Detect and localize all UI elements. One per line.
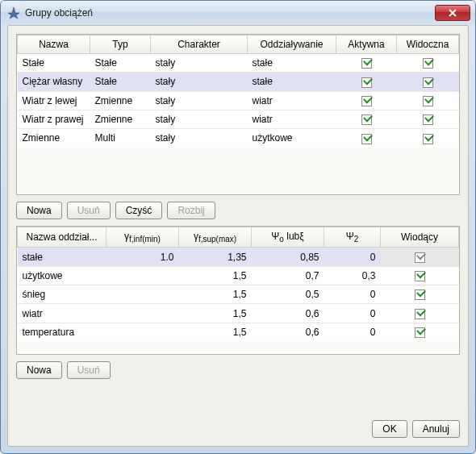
- cell[interactable]: Zmienne: [18, 129, 90, 148]
- new-group-button[interactable]: Nowa: [16, 202, 62, 219]
- checkbox-icon[interactable]: [415, 252, 425, 263]
- cell[interactable]: stałe: [248, 54, 336, 73]
- cancel-button[interactable]: Anuluj: [412, 420, 460, 438]
- column-header[interactable]: Aktywna: [336, 35, 397, 54]
- column-header[interactable]: Ψ2: [324, 227, 381, 248]
- new-effect-button[interactable]: Nowa: [16, 361, 62, 379]
- cell[interactable]: stały: [151, 129, 248, 148]
- checkbox-icon[interactable]: [423, 96, 433, 106]
- ok-button[interactable]: OK: [372, 420, 407, 438]
- column-header[interactable]: Nazwa: [18, 35, 90, 54]
- table-row[interactable]: wiatr1,50,60: [18, 304, 459, 323]
- checkbox-icon[interactable]: [415, 289, 425, 300]
- cell[interactable]: 0,6: [252, 304, 324, 323]
- column-header[interactable]: γf,sup(max): [179, 227, 252, 248]
- cell[interactable]: stały: [151, 110, 248, 128]
- close-button[interactable]: [435, 5, 470, 21]
- checkbox-cell[interactable]: [397, 129, 459, 148]
- checkbox-cell[interactable]: [381, 304, 459, 323]
- cell[interactable]: śnieg: [18, 285, 106, 304]
- cell[interactable]: Stałe: [18, 54, 90, 73]
- cell[interactable]: Ciężar własny: [18, 73, 90, 91]
- cell[interactable]: [106, 266, 179, 285]
- cell[interactable]: 0: [324, 304, 381, 323]
- column-header[interactable]: Oddziaływanie: [248, 35, 336, 54]
- table-row[interactable]: użytkowe1,50,70,3: [18, 266, 459, 285]
- cell[interactable]: Stałe: [90, 54, 151, 73]
- cell[interactable]: 1,5: [179, 304, 252, 323]
- groups-table[interactable]: NazwaTypCharakterOddziaływanieAktywnaWid…: [17, 35, 459, 148]
- cell[interactable]: 1,5: [179, 285, 252, 304]
- cell[interactable]: użytkowe: [18, 266, 106, 285]
- cell[interactable]: wiatr: [248, 91, 336, 110]
- cell[interactable]: 0: [324, 323, 381, 341]
- checkbox-icon[interactable]: [423, 77, 433, 88]
- cell[interactable]: 0,6: [252, 323, 324, 341]
- checkbox-cell[interactable]: [336, 91, 397, 110]
- checkbox-cell[interactable]: [381, 323, 459, 341]
- cell[interactable]: 0: [324, 285, 381, 304]
- cell[interactable]: 0,3: [324, 266, 381, 285]
- cell[interactable]: 1,5: [179, 323, 252, 341]
- checkbox-cell[interactable]: [397, 110, 459, 128]
- cell[interactable]: stałe: [248, 73, 336, 91]
- checkbox-cell[interactable]: [381, 248, 459, 266]
- column-header[interactable]: Typ: [90, 35, 151, 54]
- cell[interactable]: 1,5: [179, 266, 252, 285]
- checkbox-cell[interactable]: [381, 266, 459, 285]
- cell[interactable]: Wiatr z prawej: [18, 110, 90, 128]
- table-row[interactable]: StałeStałestałystałe: [18, 54, 459, 73]
- checkbox-icon[interactable]: [361, 58, 372, 69]
- cell[interactable]: Zmienne: [90, 110, 151, 128]
- cell[interactable]: stałe: [18, 248, 106, 266]
- cell[interactable]: stały: [151, 91, 248, 110]
- checkbox-icon[interactable]: [423, 115, 433, 125]
- clear-button[interactable]: Czyść: [115, 202, 163, 219]
- table-row[interactable]: śnieg1,50,50: [18, 285, 459, 304]
- table-row[interactable]: temperatura1,50,60: [18, 323, 459, 341]
- cell[interactable]: 1,35: [179, 248, 252, 266]
- checkbox-cell[interactable]: [381, 285, 459, 304]
- checkbox-cell[interactable]: [397, 73, 459, 91]
- cell[interactable]: 0,7: [252, 266, 324, 285]
- column-header[interactable]: Widoczna: [397, 35, 459, 54]
- checkbox-cell[interactable]: [336, 129, 397, 148]
- cell[interactable]: 0,5: [252, 285, 324, 304]
- checkbox-icon[interactable]: [415, 309, 425, 319]
- checkbox-icon[interactable]: [423, 58, 433, 69]
- table-row[interactable]: Wiatr z lewejZmiennestaływiatr: [18, 91, 459, 110]
- column-header[interactable]: γf,inf(min): [106, 227, 179, 248]
- checkbox-cell[interactable]: [336, 73, 397, 91]
- checkbox-icon[interactable]: [423, 134, 433, 144]
- checkbox-icon[interactable]: [415, 327, 425, 338]
- column-header[interactable]: Nazwa oddział...: [18, 227, 106, 248]
- cell[interactable]: Zmienne: [90, 91, 151, 110]
- checkbox-icon[interactable]: [361, 96, 372, 106]
- cell[interactable]: [106, 285, 179, 304]
- cell[interactable]: [106, 323, 179, 341]
- checkbox-icon[interactable]: [361, 134, 372, 144]
- checkbox-icon[interactable]: [415, 271, 425, 281]
- table-row[interactable]: Wiatr z prawejZmiennestaływiatr: [18, 110, 459, 128]
- checkbox-cell[interactable]: [397, 91, 459, 110]
- effects-table[interactable]: Nazwa oddział...γf,inf(min)γf,sup(max)Ψo…: [17, 227, 459, 341]
- table-row[interactable]: Ciężar własnyStałestałystałe: [18, 73, 459, 91]
- cell[interactable]: Stałe: [90, 73, 151, 91]
- checkbox-cell[interactable]: [336, 54, 397, 73]
- checkbox-cell[interactable]: [336, 110, 397, 128]
- column-header[interactable]: Charakter: [151, 35, 248, 54]
- cell[interactable]: stały: [151, 73, 248, 91]
- table-row[interactable]: ZmienneMultistałyużytkowe: [18, 129, 459, 148]
- cell[interactable]: Wiatr z lewej: [18, 91, 90, 110]
- checkbox-icon[interactable]: [361, 115, 372, 125]
- column-header[interactable]: Wiodący: [381, 227, 459, 248]
- cell[interactable]: [106, 304, 179, 323]
- cell[interactable]: temperatura: [18, 323, 106, 341]
- checkbox-cell[interactable]: [397, 54, 459, 73]
- checkbox-icon[interactable]: [361, 77, 372, 88]
- cell[interactable]: 0: [324, 248, 381, 266]
- cell[interactable]: 0,85: [252, 248, 324, 266]
- table-row[interactable]: stałe1.01,350,850: [18, 248, 459, 266]
- cell[interactable]: Multi: [90, 129, 151, 148]
- cell[interactable]: stały: [151, 54, 248, 73]
